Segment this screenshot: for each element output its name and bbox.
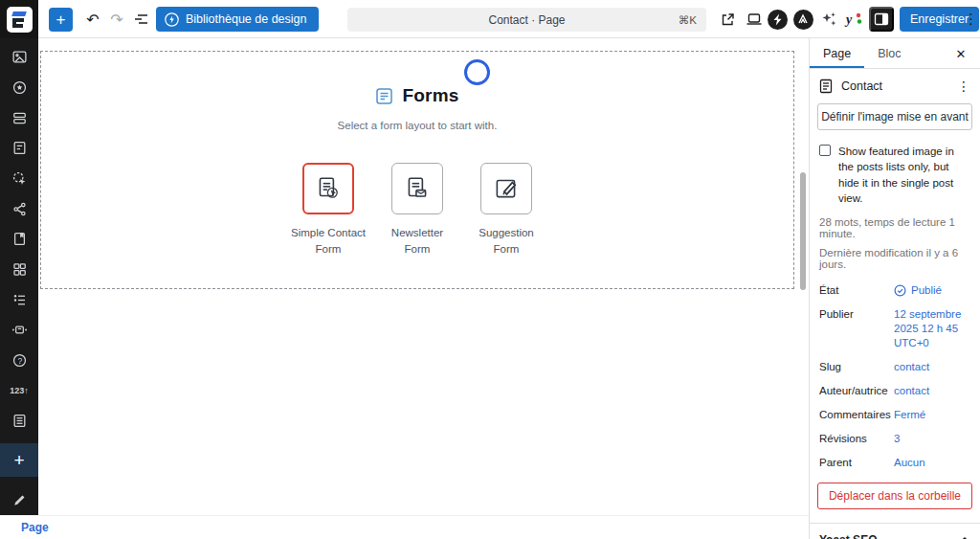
author-link[interactable]: contact	[894, 384, 970, 398]
layout-option-newsletter: Newsletter Form	[373, 163, 462, 259]
design-library-label: Bibliothèque de design	[186, 12, 307, 26]
badge-star-icon[interactable]	[0, 73, 38, 103]
command-bar-text: Contact · Page	[488, 13, 565, 27]
layout-option-simple-contact: Simple Contact Form	[284, 163, 373, 259]
meta-row-publish: Publier 12 septembre 2025 12 h 45 UTC+0	[819, 307, 970, 350]
move-to-trash-button[interactable]: Déplacer dans la corbeille	[817, 483, 972, 509]
svg-text:y: y	[844, 12, 853, 27]
preview-device-icon[interactable]	[744, 9, 765, 30]
slug-link[interactable]: contact	[894, 360, 970, 374]
set-featured-image-button[interactable]: Définir l'image mise en avant	[817, 103, 972, 130]
meta-row-slug: Slug contact	[819, 360, 970, 374]
yoast-seo-section: Yoast SEO Analyse SEO : À améliorer Anal…	[810, 523, 980, 539]
meta-row-revisions: Révisions 3	[819, 432, 970, 446]
undo-icon[interactable]: ↶	[81, 8, 104, 31]
comments-link[interactable]: Fermé	[894, 408, 970, 422]
page-doc-icon	[819, 79, 833, 94]
grid-blocks-icon[interactable]	[0, 255, 38, 285]
forms-icon	[375, 87, 393, 105]
click-select-icon[interactable]	[0, 164, 38, 194]
revisions-link[interactable]: 3	[894, 432, 970, 446]
newsletter-form-card[interactable]	[391, 163, 443, 214]
carousel-icon[interactable]	[0, 315, 38, 346]
rows-icon[interactable]	[0, 102, 38, 133]
canvas-scrollbar[interactable]	[800, 172, 806, 290]
bolt-circle-icon	[165, 12, 179, 27]
close-icon[interactable]: ✕	[949, 38, 972, 69]
parent-link[interactable]: Aucun	[894, 456, 970, 470]
yoast-seo-title: Yoast SEO	[819, 533, 877, 539]
meta-row-parent: Parent Aucun	[819, 456, 970, 470]
forms-block-title: Forms	[402, 85, 458, 106]
document-title: Contact	[841, 79, 947, 93]
list-view-icon[interactable]	[129, 8, 152, 31]
suggestion-form-card[interactable]	[480, 163, 532, 214]
status-published-link[interactable]: Publié	[894, 283, 970, 298]
forms-block-header: Forms	[375, 85, 458, 106]
card-label: Newsletter Form	[379, 225, 456, 259]
design-library-button[interactable]: Bibliothèque de design	[156, 7, 319, 32]
simple-contact-form-card[interactable]	[302, 163, 354, 214]
app-window: + ↶ ↷ Bibliothèque de design Contact · P…	[0, 0, 980, 539]
settings-sidebar-toggle[interactable]	[869, 7, 894, 32]
yoast-seo-panel-header[interactable]: Yoast SEO	[810, 524, 980, 539]
top-toolbar: + ↶ ↷ Bibliothèque de design Contact · P…	[0, 0, 980, 38]
card-label: Suggestion Form	[468, 225, 545, 259]
a-plugin-toolbar-icon[interactable]	[792, 9, 813, 30]
meta-row-author: Auteur/autrice contact	[819, 384, 970, 398]
share-icon[interactable]	[0, 193, 38, 224]
yoast-seo-icon[interactable]: y	[843, 9, 864, 30]
forms-block-subtitle: Select a form layout to start with.	[41, 120, 793, 131]
help-icon[interactable]: ?	[0, 346, 38, 376]
forms-block[interactable]: Forms Select a form layout to start with…	[40, 51, 794, 289]
settings-sidebar: Page Bloc ✕ Contact ⋮ Définir l'image mi…	[809, 38, 980, 539]
featured-image-checkbox[interactable]	[819, 145, 831, 156]
rail-add-block-button[interactable]: +	[0, 443, 38, 478]
document-summary-row: Contact ⋮	[810, 69, 980, 101]
document-stats: 28 mots, temps de lecture 1 minute. Dern…	[819, 216, 970, 270]
counter-123-icon[interactable]: 123↑	[0, 375, 38, 406]
tab-page[interactable]: Page	[810, 38, 864, 68]
tab-bloc[interactable]: Bloc	[864, 38, 914, 68]
notes-icon[interactable]	[0, 406, 38, 437]
word-count-text: 28 mots, temps de lecture 1 minute.	[819, 216, 970, 239]
form-layout-options: Simple Contact Form Newsletter Form Sugg…	[41, 163, 793, 259]
checklist-icon[interactable]	[0, 284, 38, 315]
editor-canvas: Forms Select a form layout to start with…	[38, 38, 809, 515]
meta-row-comments: Commentaires Fermé	[819, 408, 970, 422]
image-icon[interactable]	[0, 42, 38, 73]
svg-text:?: ?	[17, 356, 22, 366]
editor-footer: Page	[0, 515, 809, 539]
meta-row-status: État Publié	[819, 283, 970, 298]
left-icon-rail: ? 123↑ +	[0, 38, 38, 515]
command-bar-shortcut: ⌘K	[679, 13, 697, 27]
ai-sparkles-icon[interactable]	[818, 9, 839, 30]
form-doc-icon[interactable]	[0, 133, 38, 164]
logo-icon	[7, 7, 33, 33]
options-kebab-icon[interactable]: ⋮	[964, 8, 977, 31]
publish-date-link[interactable]: 12 septembre 2025 12 h 45 UTC+0	[894, 307, 970, 350]
redo-icon[interactable]: ↷	[105, 8, 128, 31]
featured-image-checkbox-label: Show featured image in the posts lists o…	[838, 144, 970, 206]
document-meta-list: État Publié Publier 12 septembre 2025 12…	[819, 283, 970, 469]
featured-image-option-row: Show featured image in the posts lists o…	[819, 144, 970, 206]
bookmark-icon[interactable]	[0, 224, 38, 255]
document-actions-kebab-icon[interactable]: ⋮	[955, 79, 972, 94]
command-bar[interactable]: Contact · Page ⌘K	[347, 8, 706, 32]
sidebar-tabs: Page Bloc ✕	[810, 38, 980, 69]
essential-blocks-toolbar-icon[interactable]	[767, 9, 788, 30]
add-block-button[interactable]: +	[49, 8, 73, 32]
view-page-external-link-icon[interactable]	[717, 9, 738, 30]
essential-blocks-logo[interactable]	[0, 0, 38, 38]
card-label: Simple Contact Form	[290, 225, 367, 259]
breadcrumb-page[interactable]: Page	[21, 521, 49, 534]
layout-option-suggestion: Suggestion Form	[462, 163, 551, 259]
last-modified-text: Dernière modification il y a 6 jours.	[819, 247, 970, 270]
edit-pencil-icon[interactable]	[0, 484, 38, 515]
